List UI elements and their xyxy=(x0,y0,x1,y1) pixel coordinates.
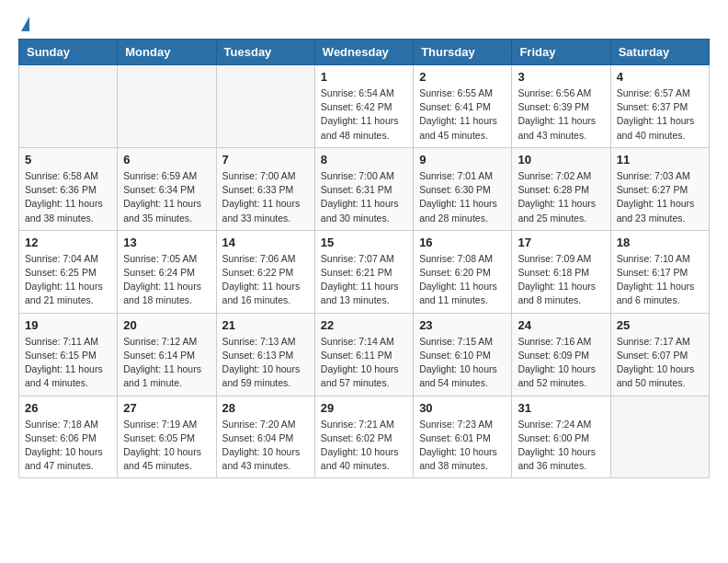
day-info: Sunrise: 6:54 AM Sunset: 6:42 PM Dayligh… xyxy=(321,86,407,143)
day-info: Sunrise: 7:10 AM Sunset: 6:17 PM Dayligh… xyxy=(617,252,703,308)
calendar-cell: 29Sunrise: 7:21 AM Sunset: 6:02 PM Dayli… xyxy=(314,396,413,478)
day-number: 24 xyxy=(518,318,604,332)
day-number: 28 xyxy=(222,401,309,415)
calendar-cell: 15Sunrise: 7:07 AM Sunset: 6:21 PM Dayli… xyxy=(314,230,413,313)
calendar-cell: 8Sunrise: 7:00 AM Sunset: 6:31 PM Daylig… xyxy=(314,147,413,230)
calendar-cell: 5Sunrise: 6:58 AM Sunset: 6:36 PM Daylig… xyxy=(19,147,118,230)
day-number: 13 xyxy=(123,236,210,249)
day-number: 5 xyxy=(25,153,111,167)
day-number: 15 xyxy=(321,236,407,249)
calendar-cell: 1Sunrise: 6:54 AM Sunset: 6:42 PM Daylig… xyxy=(314,65,413,148)
calendar-cell: 25Sunrise: 7:17 AM Sunset: 6:07 PM Dayli… xyxy=(610,313,709,396)
day-number: 3 xyxy=(518,70,604,84)
day-number: 2 xyxy=(419,70,506,84)
day-info: Sunrise: 7:21 AM Sunset: 6:02 PM Dayligh… xyxy=(321,418,407,474)
day-info: Sunrise: 7:16 AM Sunset: 6:09 PM Dayligh… xyxy=(518,335,604,391)
day-number: 10 xyxy=(518,153,604,167)
calendar-cell: 12Sunrise: 7:04 AM Sunset: 6:25 PM Dayli… xyxy=(19,230,118,313)
day-info: Sunrise: 7:02 AM Sunset: 6:28 PM Dayligh… xyxy=(518,169,604,225)
day-info: Sunrise: 7:07 AM Sunset: 6:21 PM Dayligh… xyxy=(321,252,407,308)
day-number: 23 xyxy=(419,318,506,332)
day-info: Sunrise: 6:58 AM Sunset: 6:36 PM Dayligh… xyxy=(25,169,111,225)
calendar-cell: 14Sunrise: 7:06 AM Sunset: 6:22 PM Dayli… xyxy=(216,230,314,313)
calendar-cell: 28Sunrise: 7:20 AM Sunset: 6:04 PM Dayli… xyxy=(216,396,314,478)
calendar-cell: 22Sunrise: 7:14 AM Sunset: 6:11 PM Dayli… xyxy=(314,313,413,396)
calendar-cell: 19Sunrise: 7:11 AM Sunset: 6:15 PM Dayli… xyxy=(19,313,118,396)
weekday-header-monday: Monday xyxy=(118,40,216,65)
day-info: Sunrise: 7:17 AM Sunset: 6:07 PM Dayligh… xyxy=(617,335,703,391)
logo xyxy=(18,18,29,29)
day-info: Sunrise: 7:03 AM Sunset: 6:27 PM Dayligh… xyxy=(617,169,703,225)
calendar-cell: 4Sunrise: 6:57 AM Sunset: 6:37 PM Daylig… xyxy=(610,65,709,148)
calendar-cell: 6Sunrise: 6:59 AM Sunset: 6:34 PM Daylig… xyxy=(118,147,216,230)
calendar-cell: 24Sunrise: 7:16 AM Sunset: 6:09 PM Dayli… xyxy=(512,313,610,396)
day-info: Sunrise: 7:23 AM Sunset: 6:01 PM Dayligh… xyxy=(419,418,506,474)
calendar-cell: 2Sunrise: 6:55 AM Sunset: 6:41 PM Daylig… xyxy=(414,65,512,148)
day-info: Sunrise: 7:19 AM Sunset: 6:05 PM Dayligh… xyxy=(123,418,210,474)
day-info: Sunrise: 7:08 AM Sunset: 6:20 PM Dayligh… xyxy=(419,252,506,308)
day-info: Sunrise: 6:57 AM Sunset: 6:37 PM Dayligh… xyxy=(617,86,703,143)
calendar-cell: 18Sunrise: 7:10 AM Sunset: 6:17 PM Dayli… xyxy=(610,230,709,313)
day-number: 19 xyxy=(25,318,111,332)
calendar-cell xyxy=(118,65,216,148)
day-number: 4 xyxy=(617,70,703,84)
logo-triangle-icon xyxy=(21,17,29,31)
day-number: 14 xyxy=(222,236,309,249)
day-info: Sunrise: 6:55 AM Sunset: 6:41 PM Dayligh… xyxy=(419,86,506,143)
day-info: Sunrise: 7:05 AM Sunset: 6:24 PM Dayligh… xyxy=(123,252,210,308)
calendar-cell: 11Sunrise: 7:03 AM Sunset: 6:27 PM Dayli… xyxy=(610,147,709,230)
calendar-cell: 27Sunrise: 7:19 AM Sunset: 6:05 PM Dayli… xyxy=(118,396,216,478)
calendar-cell xyxy=(610,396,709,478)
day-info: Sunrise: 7:15 AM Sunset: 6:10 PM Dayligh… xyxy=(419,335,506,391)
day-info: Sunrise: 7:24 AM Sunset: 6:00 PM Dayligh… xyxy=(518,418,604,474)
weekday-header-thursday: Thursday xyxy=(414,40,512,65)
day-info: Sunrise: 6:59 AM Sunset: 6:34 PM Dayligh… xyxy=(123,169,210,225)
weekday-header-saturday: Saturday xyxy=(610,40,709,65)
calendar-cell: 31Sunrise: 7:24 AM Sunset: 6:00 PM Dayli… xyxy=(512,396,610,478)
weekday-header-wednesday: Wednesday xyxy=(314,40,413,65)
calendar-cell: 16Sunrise: 7:08 AM Sunset: 6:20 PM Dayli… xyxy=(414,230,512,313)
calendar-cell: 30Sunrise: 7:23 AM Sunset: 6:01 PM Dayli… xyxy=(414,396,512,478)
header xyxy=(18,18,710,29)
calendar-week-row: 26Sunrise: 7:18 AM Sunset: 6:06 PM Dayli… xyxy=(19,396,710,478)
day-number: 6 xyxy=(123,153,210,167)
calendar-week-row: 12Sunrise: 7:04 AM Sunset: 6:25 PM Dayli… xyxy=(19,230,710,313)
calendar-cell: 3Sunrise: 6:56 AM Sunset: 6:39 PM Daylig… xyxy=(512,65,610,148)
day-number: 26 xyxy=(25,401,111,415)
day-info: Sunrise: 7:00 AM Sunset: 6:31 PM Dayligh… xyxy=(321,169,407,225)
day-number: 1 xyxy=(321,70,407,84)
day-info: Sunrise: 7:18 AM Sunset: 6:06 PM Dayligh… xyxy=(25,418,111,474)
weekday-header-sunday: Sunday xyxy=(19,40,118,65)
calendar-cell: 7Sunrise: 7:00 AM Sunset: 6:33 PM Daylig… xyxy=(216,147,314,230)
day-info: Sunrise: 7:11 AM Sunset: 6:15 PM Dayligh… xyxy=(25,335,111,391)
day-number: 30 xyxy=(419,401,506,415)
calendar-cell: 13Sunrise: 7:05 AM Sunset: 6:24 PM Dayli… xyxy=(118,230,216,313)
day-info: Sunrise: 7:20 AM Sunset: 6:04 PM Dayligh… xyxy=(222,418,309,474)
calendar-week-row: 19Sunrise: 7:11 AM Sunset: 6:15 PM Dayli… xyxy=(19,313,710,396)
calendar-cell: 10Sunrise: 7:02 AM Sunset: 6:28 PM Dayli… xyxy=(512,147,610,230)
day-number: 20 xyxy=(123,318,210,332)
day-number: 16 xyxy=(419,236,506,249)
day-number: 18 xyxy=(617,236,703,249)
calendar-cell: 17Sunrise: 7:09 AM Sunset: 6:18 PM Dayli… xyxy=(512,230,610,313)
calendar-week-row: 1Sunrise: 6:54 AM Sunset: 6:42 PM Daylig… xyxy=(19,65,710,148)
day-info: Sunrise: 7:13 AM Sunset: 6:13 PM Dayligh… xyxy=(222,335,309,391)
day-info: Sunrise: 7:06 AM Sunset: 6:22 PM Dayligh… xyxy=(222,252,309,308)
calendar-cell: 20Sunrise: 7:12 AM Sunset: 6:14 PM Dayli… xyxy=(118,313,216,396)
day-info: Sunrise: 6:56 AM Sunset: 6:39 PM Dayligh… xyxy=(518,86,604,143)
day-number: 17 xyxy=(518,236,604,249)
day-info: Sunrise: 7:12 AM Sunset: 6:14 PM Dayligh… xyxy=(123,335,210,391)
day-number: 25 xyxy=(617,318,703,332)
day-number: 21 xyxy=(222,318,309,332)
weekday-header-row: SundayMondayTuesdayWednesdayThursdayFrid… xyxy=(19,40,710,65)
day-number: 12 xyxy=(25,236,111,249)
day-info: Sunrise: 7:01 AM Sunset: 6:30 PM Dayligh… xyxy=(419,169,506,225)
day-number: 29 xyxy=(321,401,407,415)
day-info: Sunrise: 7:04 AM Sunset: 6:25 PM Dayligh… xyxy=(25,252,111,308)
calendar-cell xyxy=(19,65,118,148)
calendar-cell: 9Sunrise: 7:01 AM Sunset: 6:30 PM Daylig… xyxy=(414,147,512,230)
day-number: 8 xyxy=(321,153,407,167)
weekday-header-tuesday: Tuesday xyxy=(216,40,314,65)
calendar-cell xyxy=(216,65,314,148)
calendar-cell: 21Sunrise: 7:13 AM Sunset: 6:13 PM Dayli… xyxy=(216,313,314,396)
